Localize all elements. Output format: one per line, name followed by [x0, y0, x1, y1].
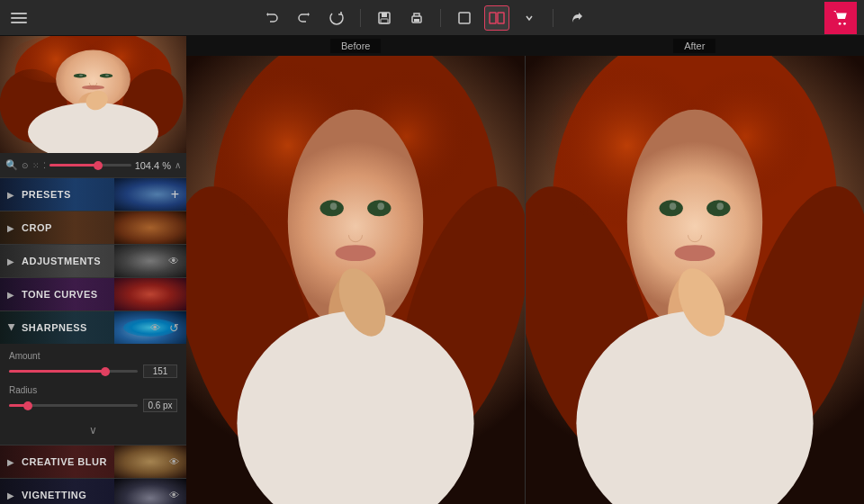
main-area: 🔍 ⊙ ⁙ ⁚ 104.4 % ∧ ▶ PRESETS +	[0, 36, 864, 504]
sharpness-arrow-icon: ▶	[7, 323, 17, 332]
radius-value[interactable]: 0.6 px	[143, 399, 177, 412]
sharpness-label: SHARPNESS	[22, 322, 145, 333]
split-view-button[interactable]	[484, 5, 509, 31]
before-image-panel[interactable]	[186, 56, 525, 504]
creative-blur-arrow-icon: ▶	[7, 457, 16, 467]
canvas-area: Before After	[186, 36, 864, 504]
radius-slider-thumb	[23, 401, 32, 410]
zoom-dot-icon: ⊙	[22, 161, 29, 170]
toolbar-right	[817, 2, 857, 34]
creative-blur-header-content: ▶ CREATIVE BLUR 👁	[7, 456, 179, 467]
tone-curves-header[interactable]: ▶ TONE CURVES	[0, 278, 186, 310]
redo2-button[interactable]	[324, 5, 349, 31]
zoom-slider-thumb	[94, 161, 103, 170]
vignetting-label: VIGNETTING	[22, 490, 164, 500]
sharpness-collapse-icon[interactable]: ∨	[89, 424, 97, 436]
adjustments-section: ▶ ADJUSTMENTS 👁	[0, 245, 186, 278]
sharpness-header-content: ▶ SHARPNESS 👁 ↺	[7, 321, 179, 335]
sharpness-reset-icon[interactable]: ↺	[169, 321, 179, 335]
presets-label: PRESETS	[22, 189, 166, 200]
svg-rect-1	[382, 13, 387, 17]
sep2	[440, 9, 441, 27]
before-label: Before	[330, 39, 381, 53]
adjustments-header-content: ▶ ADJUSTMENTS 👁	[7, 255, 179, 267]
fullscreen-button[interactable]	[452, 5, 477, 31]
sharpness-eye-icon[interactable]: 👁	[150, 322, 160, 333]
preview-canvas	[0, 36, 186, 153]
zoom-slider[interactable]	[50, 164, 131, 166]
save-button[interactable]	[372, 5, 397, 31]
zoom-4dots-icon: ⁚	[43, 161, 46, 170]
radius-control-row: Radius 0.6 px	[9, 385, 177, 412]
zoom-collapse-button[interactable]: ∧	[175, 160, 181, 170]
presets-section: ▶ PRESETS +	[0, 178, 186, 212]
radius-slider[interactable]	[9, 404, 138, 407]
before-after-row: Before After	[186, 36, 864, 56]
adjustments-header[interactable]: ▶ ADJUSTMENTS 👁	[0, 245, 186, 277]
print-button[interactable]	[404, 5, 429, 31]
presets-arrow-icon: ▶	[7, 190, 16, 200]
toolbar-left	[7, 9, 31, 27]
creative-blur-header[interactable]: ▶ CREATIVE BLUR 👁	[0, 446, 186, 478]
amount-slider[interactable]	[9, 370, 138, 373]
amount-slider-thumb	[101, 367, 110, 376]
svg-rect-5	[459, 13, 470, 23]
zoom-bar: 🔍 ⊙ ⁙ ⁚ 104.4 % ∧	[0, 153, 186, 178]
main-toolbar	[0, 0, 864, 36]
undo-button[interactable]	[259, 5, 284, 31]
zoom-slider-fill	[50, 164, 98, 166]
redo-button[interactable]	[292, 5, 317, 31]
amount-slider-row: 151	[9, 364, 177, 378]
sharpness-header[interactable]: ▶ SHARPNESS 👁 ↺	[0, 311, 186, 344]
zoom-dots-icon: ⁙	[32, 161, 40, 170]
presets-add-icon[interactable]: +	[171, 186, 179, 202]
split-dropdown-button[interactable]	[517, 5, 542, 31]
svg-point-8	[839, 22, 842, 24]
adjustments-eye-icon[interactable]: 👁	[168, 255, 179, 267]
crop-arrow-icon: ▶	[7, 223, 16, 233]
vignetting-arrow-icon: ▶	[7, 490, 16, 500]
after-image-panel[interactable]	[525, 56, 864, 504]
zoom-value: 104.4 %	[135, 160, 171, 171]
after-canvas	[526, 56, 864, 504]
crop-header[interactable]: ▶ CROP	[0, 212, 186, 244]
images-container	[186, 56, 864, 504]
amount-value[interactable]: 151	[143, 364, 177, 378]
sep1	[360, 9, 361, 27]
tone-curves-label: TONE CURVES	[22, 289, 179, 300]
vignetting-section: ▶ VIGNETTING 👁	[0, 479, 186, 504]
radius-label: Radius	[9, 385, 177, 395]
crop-label: CROP	[22, 222, 179, 233]
vignetting-eye-icon[interactable]: 👁	[169, 490, 179, 500]
vignetting-header[interactable]: ▶ VIGNETTING 👁	[0, 479, 186, 504]
sharpness-section: ▶ SHARPNESS 👁 ↺ Amount 151	[0, 311, 186, 446]
amount-slider-fill	[9, 370, 105, 373]
presets-header[interactable]: ▶ PRESETS +	[0, 178, 186, 211]
creative-blur-section: ▶ CREATIVE BLUR 👁	[0, 446, 186, 479]
zoom-out-icon[interactable]: 🔍	[5, 159, 18, 171]
preview-thumbnail	[0, 36, 186, 153]
crop-section: ▶ CROP	[0, 212, 186, 245]
before-col: Before	[186, 36, 526, 56]
creative-blur-eye-icon[interactable]: 👁	[169, 456, 179, 467]
left-panel: 🔍 ⊙ ⁙ ⁚ 104.4 % ∧ ▶ PRESETS +	[0, 36, 186, 504]
share-button[interactable]	[564, 5, 590, 31]
before-canvas	[186, 56, 525, 504]
presets-header-content: ▶ PRESETS +	[7, 186, 179, 202]
svg-rect-7	[498, 13, 504, 23]
adjustments-label: ADJUSTMENTS	[22, 256, 163, 266]
svg-point-9	[843, 22, 846, 24]
svg-rect-6	[490, 13, 496, 23]
radius-slider-row: 0.6 px	[9, 399, 177, 412]
after-col: After	[526, 36, 865, 56]
creative-blur-label: CREATIVE BLUR	[22, 456, 164, 467]
toolbar-center	[31, 5, 817, 31]
tone-curves-header-content: ▶ TONE CURVES	[7, 289, 179, 300]
amount-label: Amount	[9, 351, 177, 361]
cart-button[interactable]	[824, 2, 857, 34]
adjustments-arrow-icon: ▶	[7, 256, 16, 266]
sep3	[553, 9, 554, 27]
tone-curves-section: ▶ TONE CURVES	[0, 278, 186, 311]
menu-button[interactable]	[7, 9, 31, 27]
tone-curves-arrow-icon: ▶	[7, 290, 16, 300]
